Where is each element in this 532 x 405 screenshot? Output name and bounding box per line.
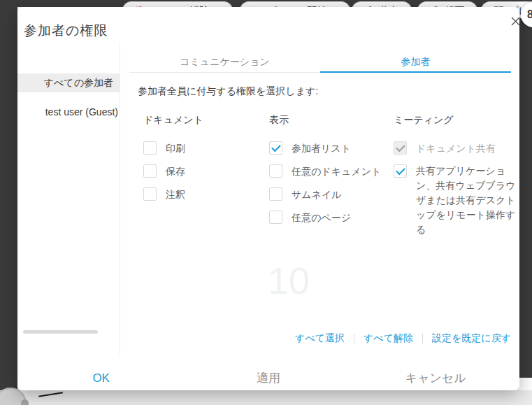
- cancel-button[interactable]: キャンセル: [352, 365, 519, 390]
- action-links-row: すべて選択 すべて解除 設定を既定に戻す: [17, 332, 511, 345]
- watermark: 10: [268, 259, 310, 302]
- select-all-link[interactable]: すべて選択: [295, 332, 345, 345]
- dialog-footer: OK 適用 キャンセル: [17, 365, 519, 390]
- checkbox-participant-list[interactable]: [269, 141, 282, 155]
- screen: 8 10 参加者の権限 すべての参加者 test user (Guest) コミ…: [0, 0, 532, 405]
- avatar-status-dot: [21, 399, 29, 405]
- corner-badge-count: 8: [527, 8, 532, 21]
- column-header-view: 表示: [269, 114, 289, 127]
- participant-privileges-dialog: 参加者の権限 すべての参加者 test user (Guest) コミュニケーシ…: [17, 7, 519, 390]
- checkbox-any-page-label: 任意のページ: [292, 211, 351, 225]
- instruction-text: 参加者全員に付与する権限を選択します:: [138, 85, 318, 98]
- apply-button[interactable]: 適用: [185, 365, 352, 390]
- reset-defaults-link[interactable]: 設定を既定に戻す: [432, 332, 511, 345]
- tab-bar: コミュニケーション 参加者: [129, 54, 511, 73]
- checkbox-save[interactable]: [143, 164, 157, 178]
- checkbox-print-label: 印刷: [166, 141, 185, 155]
- active-tab-underline: [320, 71, 511, 73]
- checkbox-any-page[interactable]: [269, 211, 282, 224]
- sidebar-divider: [120, 42, 120, 355]
- checkbox-any-document[interactable]: [269, 164, 282, 178]
- tab-communication[interactable]: コミュニケーション: [129, 54, 320, 73]
- checkbox-annotate-label: 注釈: [166, 187, 185, 201]
- checkbox-annotate[interactable]: [143, 187, 157, 201]
- column-header-document: ドキュメント: [143, 114, 203, 127]
- checkbox-thumbnail-label: サムネイル: [292, 187, 342, 201]
- ok-button[interactable]: OK: [17, 365, 185, 390]
- checkbox-participant-list-label: 参加者リスト: [292, 141, 351, 155]
- window-frame-left: [0, 0, 17, 390]
- checkbox-remote-control[interactable]: [394, 164, 407, 178]
- sidebar-item-test-user[interactable]: test user (Guest): [17, 103, 120, 122]
- checkbox-print[interactable]: [143, 141, 157, 155]
- checkbox-document-sharing: [394, 141, 407, 155]
- column-header-meeting: ミーティング: [394, 114, 454, 127]
- close-icon: [511, 17, 520, 26]
- clear-all-link[interactable]: すべて解除: [364, 332, 413, 345]
- checkbox-document-sharing-label: ドキュメント共有: [416, 141, 496, 155]
- tab-participants[interactable]: 参加者: [320, 54, 511, 73]
- checkbox-save-label: 保存: [166, 164, 185, 178]
- sidebar-item-all-participants[interactable]: すべての参加者: [17, 73, 120, 92]
- checkbox-thumbnail[interactable]: [269, 187, 282, 201]
- checkbox-any-document-label: 任意のドキュメント: [292, 164, 381, 178]
- link-separator: [354, 334, 354, 343]
- dialog-title: 参加者の権限: [24, 22, 108, 40]
- link-separator: [422, 334, 423, 343]
- meeting-toolbar: [0, 390, 532, 405]
- checkbox-remote-control-label: 共有アプリケーション、共有ウェブブラウザまたは共有デスクトップをリモート操作する: [416, 164, 525, 237]
